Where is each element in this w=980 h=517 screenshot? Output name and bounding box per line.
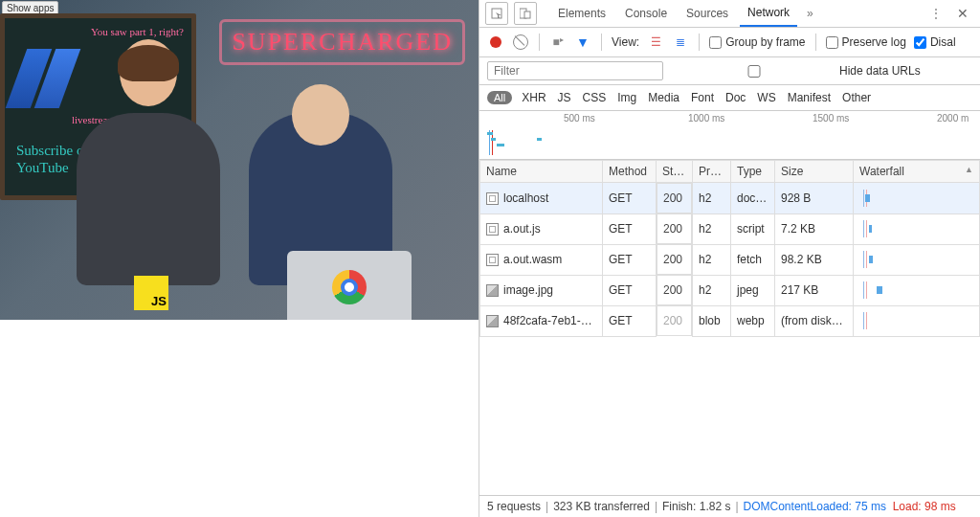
chalk-text: You saw part 1, right? (91, 26, 184, 37)
filter-input[interactable] (487, 61, 663, 80)
timeline-overview[interactable]: 500 ms 1000 ms 1500 ms 2000 m (479, 111, 980, 160)
tab-network[interactable]: Network (740, 0, 797, 27)
type-manifest[interactable]: Manifest (788, 91, 831, 104)
table-row[interactable]: 48f2cafa-7eb1-…GET200blobwebp(from disk… (480, 305, 980, 336)
network-table: Name Method Sta… Pro… Type Size Waterfal… (479, 160, 980, 337)
status-transferred: 323 KB transferred (553, 500, 650, 513)
status-bar: 5 requests| 323 KB transferred| Finish: … (479, 495, 980, 517)
timeline-tick: 1500 ms (813, 113, 849, 124)
type-media[interactable]: Media (648, 91, 679, 104)
status-load: Load: 98 ms (893, 500, 956, 513)
type-doc[interactable]: Doc (725, 91, 746, 104)
devtools-panel: Elements Console Sources Network » ⋮ ✕ ■… (479, 0, 980, 517)
document-icon (486, 223, 499, 236)
image-icon (486, 315, 499, 327)
group-by-frame-checkbox[interactable]: Group by frame (709, 35, 805, 49)
view-label: View: (612, 35, 639, 49)
chrome-icon (332, 270, 367, 304)
tab-sources[interactable]: Sources (679, 1, 736, 26)
table-header[interactable]: Name Method Sta… Pro… Type Size Waterfal… (480, 161, 980, 183)
tab-console[interactable]: Console (617, 1, 675, 26)
type-filter-bar: All XHRJSCSSImgMediaFontDocWSManifestOth… (479, 85, 980, 111)
timeline-tick: 2000 m (937, 113, 969, 124)
col-waterfall: Waterfall (854, 161, 980, 183)
col-method: Method (603, 161, 657, 183)
waterfall-view-icon[interactable]: ≣ (672, 35, 689, 49)
js-sticker: JS (134, 276, 168, 310)
type-js[interactable]: JS (558, 91, 571, 104)
network-toolbar: ■▸ ▼ View: ☰ ≣ Group by frame Preserve l… (479, 28, 980, 57)
document-icon (486, 254, 499, 266)
type-all[interactable]: All (487, 91, 512, 104)
device-toggle-icon[interactable] (514, 2, 537, 25)
status-domcontentloaded: DOMContentLoaded: 75 ms (744, 500, 886, 513)
col-name: Name (480, 161, 603, 183)
hide-data-urls-checkbox[interactable]: Hide data URLs (673, 64, 921, 78)
large-rows-icon[interactable]: ☰ (647, 35, 664, 49)
type-ws[interactable]: WS (757, 91, 775, 104)
record-icon[interactable] (487, 36, 504, 48)
person (77, 113, 220, 285)
filter-icon[interactable]: ▼ (574, 34, 591, 50)
document-icon (486, 192, 499, 205)
svg-rect-2 (524, 11, 530, 18)
col-protocol: Pro… (693, 161, 731, 183)
menu-icon[interactable]: ⋮ (924, 7, 947, 20)
table-row[interactable]: image.jpgGET200h2jpeg217 KB (480, 275, 980, 305)
close-icon[interactable]: ✕ (951, 6, 974, 21)
disable-cache-checkbox[interactable]: Disal (914, 35, 956, 49)
timeline-tick: 1000 ms (688, 113, 724, 124)
type-css[interactable]: CSS (583, 91, 607, 104)
filter-bar: Hide data URLs (479, 57, 980, 85)
logo-icon (12, 49, 72, 108)
neon-sign: SUPERCHARGED (219, 19, 465, 65)
image-icon (486, 284, 499, 297)
clear-icon[interactable] (512, 34, 529, 50)
table-row[interactable]: a.out.wasmGET200h2fetch98.2 KB (480, 244, 980, 275)
status-requests: 5 requests (487, 500, 541, 513)
inspect-icon[interactable] (485, 2, 508, 25)
col-type: Type (731, 161, 775, 183)
table-row[interactable]: localhostGET200h2doc…928 B (480, 183, 980, 214)
preserve-log-checkbox[interactable]: Preserve log (826, 35, 906, 49)
tabs-overflow-icon[interactable]: » (801, 7, 819, 20)
status-finish: Finish: 1.82 s (662, 500, 730, 513)
type-xhr[interactable]: XHR (522, 91, 546, 104)
camera-icon[interactable]: ■▸ (549, 35, 567, 49)
type-img[interactable]: Img (617, 91, 636, 104)
table-row[interactable]: a.out.jsGET200h2script7.2 KB (480, 214, 980, 244)
tab-elements[interactable]: Elements (550, 1, 613, 26)
devtools-tabbar: Elements Console Sources Network » ⋮ ✕ (479, 0, 980, 28)
timeline-tick: 500 ms (564, 113, 595, 124)
col-size: Size (775, 161, 854, 183)
content-screenshot: Show apps SUPERCHARGED You saw part 1, r… (0, 0, 479, 320)
laptop (287, 251, 412, 320)
type-other[interactable]: Other (842, 91, 871, 104)
type-font[interactable]: Font (691, 91, 714, 104)
col-status: Sta… (657, 161, 693, 183)
